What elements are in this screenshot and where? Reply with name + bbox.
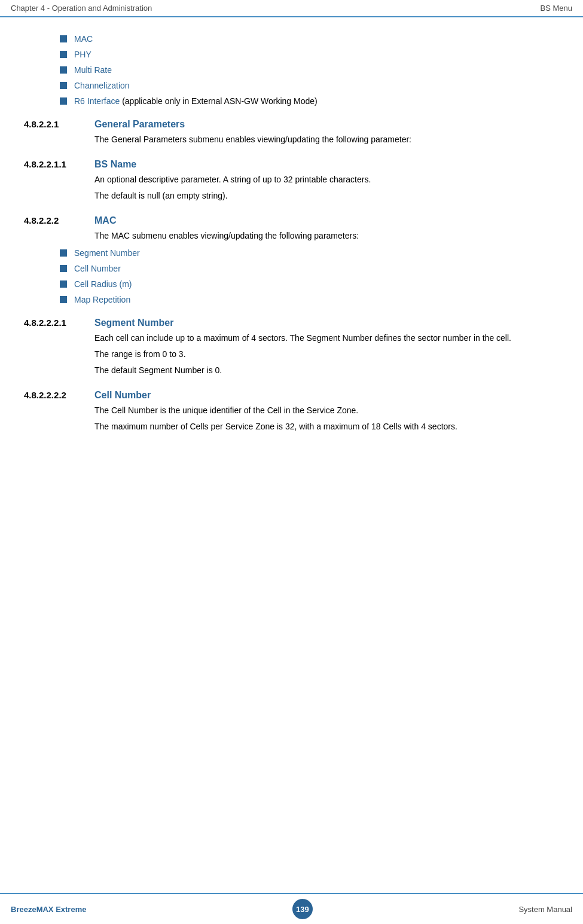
bullet-segment-number: Segment Number [60, 248, 559, 258]
bullet-label-multirate[interactable]: Multi Rate [74, 65, 112, 75]
section-title-48231: Segment Number [94, 318, 173, 328]
bullet-icon-channelization [60, 82, 67, 89]
section-48221-body-0: An optional descriptive parameter. A str… [94, 173, 559, 186]
footer-right: System Manual [518, 905, 572, 914]
section-48231-body-0: Each cell can include up to a maximum of… [94, 332, 559, 344]
section-4822: 4.8.2.2.1 General Parameters [24, 119, 559, 130]
header-right: BS Menu [541, 4, 572, 13]
section-48232-body-1: The maximum number of Cells per Service … [94, 420, 559, 433]
bullet-mac: MAC [60, 34, 559, 44]
section-48221-body-1: The default is null (an empty string). [94, 190, 559, 202]
bullet-icon-multirate [60, 66, 67, 74]
section-48231-body-2: The default Segment Number is 0. [94, 364, 559, 377]
footer-page-number: 139 [292, 899, 313, 919]
section-48232-body-0: The Cell Number is the unique identifier… [94, 404, 559, 417]
section-number-4822: 4.8.2.2.1 [24, 119, 84, 129]
bullet-icon-cell-radius [60, 280, 67, 288]
bullet-label-cell-radius[interactable]: Cell Radius (m) [74, 279, 132, 289]
bullet-multirate: Multi Rate [60, 65, 559, 75]
bullet-icon-cell-number [60, 265, 67, 272]
bullet-r6interface: R6 Interface (applicable only in Externa… [60, 96, 559, 106]
bullet-icon-segment-number [60, 249, 67, 257]
bullet-label-channelization[interactable]: Channelization [74, 81, 130, 90]
bullet-icon-map-repetition [60, 296, 67, 303]
section-48231-body-1: The range is from 0 to 3. [94, 348, 559, 361]
bullet-map-repetition: Map Repetition [60, 295, 559, 304]
section-number-4823: 4.8.2.2.2 [24, 215, 84, 225]
section-4823: 4.8.2.2.2 MAC [24, 215, 559, 226]
bullet-cell-radius: Cell Radius (m) [60, 279, 559, 289]
section-4822-body-0: The General Parameters submenu enables v… [94, 133, 559, 146]
bullet-suffix-r6interface: (applicable only in External ASN-GW Work… [120, 96, 317, 106]
bullet-label-segment-number[interactable]: Segment Number [74, 248, 140, 258]
section-number-48231: 4.8.2.2.2.1 [24, 318, 84, 328]
footer-bar: BreezeMAX Extreme 139 System Manual [0, 893, 583, 924]
bullet-label-phy[interactable]: PHY [74, 50, 91, 59]
section-title-48221: BS Name [94, 159, 136, 170]
bullet-channelization: Channelization [60, 81, 559, 90]
bullet-cell-number: Cell Number [60, 264, 559, 273]
section-number-48232: 4.8.2.2.2.2 [24, 390, 84, 400]
header-bar: Chapter 4 - Operation and Administration… [0, 0, 583, 17]
section-48221: 4.8.2.2.1.1 BS Name [24, 159, 559, 170]
section-title-48232: Cell Number [94, 390, 151, 401]
main-content: MAC PHY Multi Rate Channelization R6 Int… [0, 17, 583, 472]
footer-left: BreezeMAX Extreme [11, 905, 86, 914]
section-title-4822: General Parameters [94, 119, 185, 130]
bullet-icon-phy [60, 51, 67, 58]
mac-bullet-list: Segment Number Cell Number Cell Radius (… [24, 248, 559, 304]
section-4823-body-0: The MAC submenu enables viewing/updating… [94, 230, 559, 242]
bullet-icon-mac [60, 35, 67, 42]
bullet-label-cell-number[interactable]: Cell Number [74, 264, 121, 273]
bullet-label-mac[interactable]: MAC [74, 34, 93, 44]
section-48231: 4.8.2.2.2.1 Segment Number [24, 318, 559, 328]
section-title-4823: MAC [94, 215, 116, 226]
bullet-phy: PHY [60, 50, 559, 59]
top-bullet-list: MAC PHY Multi Rate Channelization R6 Int… [24, 34, 559, 106]
bullet-label-map-repetition[interactable]: Map Repetition [74, 295, 130, 304]
header-left: Chapter 4 - Operation and Administration [11, 4, 152, 13]
section-number-48221: 4.8.2.2.1.1 [24, 159, 84, 169]
bullet-icon-r6interface [60, 97, 67, 105]
section-48232: 4.8.2.2.2.2 Cell Number [24, 390, 559, 401]
bullet-label-r6interface[interactable]: R6 Interface [74, 96, 120, 106]
